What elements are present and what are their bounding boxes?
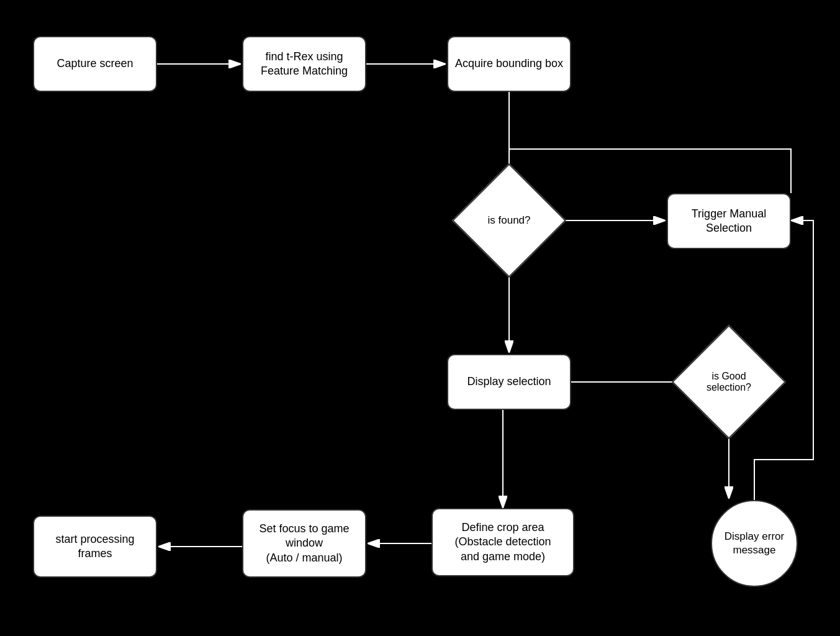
trigger-manual-node: Trigger ManualSelection <box>667 193 791 249</box>
find-trex-node: find t-Rex usingFeature Matching <box>242 36 366 92</box>
is-found-diamond-container: is found? <box>469 180 549 261</box>
is-good-selection-label: is Goodselection? <box>689 342 769 422</box>
is-found-label: is found? <box>469 180 549 261</box>
display-error-circle: Display errormessage <box>711 500 798 587</box>
set-focus-node: Set focus to gamewindow(Auto / manual) <box>242 509 366 578</box>
start-processing-node: start processingframes <box>33 516 157 578</box>
capture-screen-node: Capture screen <box>33 36 157 92</box>
acquire-bbox-node: Acquire bounding box <box>447 36 571 92</box>
display-selection-node: Display selection <box>447 354 571 410</box>
define-crop-node: Define crop area(Obstacle detectionand g… <box>431 508 574 576</box>
flowchart: Capture screen find t-Rex usingFeature M… <box>0 0 840 636</box>
is-good-selection-container: is Goodselection? <box>689 342 769 422</box>
